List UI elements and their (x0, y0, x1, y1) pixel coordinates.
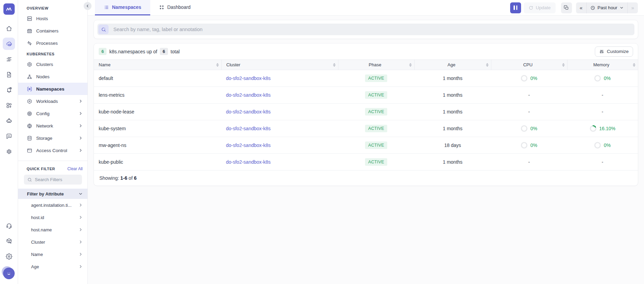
namespace-name: lens-metrics (94, 87, 221, 103)
sidebar-item-namespaces[interactable]: Namespaces (18, 83, 87, 95)
sidebar-item-nodes[interactable]: Nodes (18, 70, 87, 83)
namespace-search-box[interactable] (97, 24, 634, 35)
metric-value: 0% (604, 143, 611, 148)
settings-gear-icon[interactable] (3, 250, 15, 262)
sidebar-item-network[interactable]: Network (18, 120, 87, 132)
sort-icon[interactable] (333, 63, 336, 67)
column-header-age[interactable]: Age (414, 60, 491, 70)
sidebar-item-clusters[interactable]: Clusters (18, 58, 87, 70)
column-header-memory[interactable]: Memory (567, 60, 638, 70)
sidebar-item-workloads[interactable]: Workloads (18, 95, 87, 107)
filter-attr-name[interactable]: Name (18, 248, 87, 260)
column-header-name[interactable]: Name (94, 60, 221, 70)
table-row[interactable]: mw-agent-ns do-sfo2-sandbox-k8s ACTIVE 1… (94, 137, 638, 154)
time-back-button[interactable]: « (576, 2, 586, 13)
table-row[interactable]: kube-node-lease do-sfo2-sandbox-k8s ACTI… (94, 104, 638, 120)
age-value: 1 months (414, 154, 491, 170)
integrations-box-icon[interactable] (3, 235, 15, 247)
table-row[interactable]: lens-metrics do-sfo2-sandbox-k8s ACTIVE … (94, 87, 638, 104)
support-headset-icon[interactable] (3, 219, 15, 232)
customize-button[interactable]: Customize (595, 46, 633, 57)
cluster-link[interactable]: do-sfo2-sandbox-k8s (226, 92, 271, 98)
attr-label: Age (31, 264, 39, 269)
cluster-link[interactable]: do-sfo2-sandbox-k8s (226, 143, 271, 148)
table-row[interactable]: default do-sfo2-sandbox-k8s ACTIVE 1 mon… (94, 70, 638, 87)
count-badge: 6 (99, 48, 107, 55)
table-row[interactable]: kube-system do-sfo2-sandbox-k8s ACTIVE 1… (94, 120, 638, 137)
system-chip-icon[interactable] (3, 145, 15, 158)
documents-icon[interactable] (3, 68, 15, 81)
sort-icon[interactable] (486, 63, 489, 67)
tab-label: Dashboard (167, 4, 191, 10)
filter-search-input[interactable] (35, 177, 76, 182)
metric-value: 0% (530, 143, 537, 148)
sidebar-item-containers[interactable]: Containers (18, 25, 87, 37)
usage-donut-gauge (521, 75, 528, 82)
usage-donut-gauge (521, 125, 528, 132)
column-header-phase[interactable]: Phase (338, 60, 414, 70)
sort-icon[interactable] (633, 63, 635, 67)
alerts-bell-icon[interactable] (3, 84, 15, 96)
attr-label: host.id (31, 215, 44, 220)
sidebar-item-label: Network (36, 123, 53, 129)
tab-dashboard[interactable]: Dashboard (150, 0, 200, 15)
sidebar-item-processes[interactable]: Processes (18, 37, 87, 49)
table-header: Name Cluster Phase Age CPU Memory (94, 59, 638, 70)
filter-attr-host-id[interactable]: host.id (18, 211, 87, 224)
pause-button[interactable] (510, 2, 521, 13)
sidebar-item-label: Namespaces (36, 86, 65, 92)
filter-attr-age[interactable]: Age (18, 260, 87, 273)
usage-donut-gauge (590, 125, 597, 132)
filter-attr-agent-installation-time[interactable]: agent.installation.ti... (18, 199, 87, 211)
table-body: default do-sfo2-sandbox-k8s ACTIVE 1 mon… (94, 70, 638, 171)
cluster-link[interactable]: do-sfo2-sandbox-k8s (226, 126, 271, 131)
cluster-link[interactable]: do-sfo2-sandbox-k8s (226, 109, 271, 114)
filter-attr-cluster[interactable]: Cluster (18, 236, 87, 248)
table-row[interactable]: kube-public do-sfo2-sandbox-k8s ACTIVE 1… (94, 154, 638, 171)
time-forward-button[interactable]: » (627, 2, 638, 13)
cluster-link[interactable]: do-sfo2-sandbox-k8s (226, 76, 271, 81)
time-range-group: « Past hour » (576, 2, 638, 13)
sidebar-item-config[interactable]: Config (18, 107, 87, 120)
sort-icon[interactable] (216, 63, 219, 67)
column-header-cpu[interactable]: CPU (491, 60, 567, 70)
showing-total: 6 (134, 175, 137, 181)
clear-all-link[interactable]: Clear All (67, 166, 83, 171)
memory-metric: 16.10% (567, 120, 638, 137)
sidebar-item-label: Storage (36, 136, 52, 141)
cpu-metric: - (491, 87, 567, 103)
cluster-link[interactable]: do-sfo2-sandbox-k8s (226, 159, 271, 165)
home-icon[interactable] (3, 22, 15, 35)
sidebar-collapse-button[interactable] (84, 2, 92, 10)
tab-namespaces[interactable]: Namespaces (95, 0, 150, 15)
filter-search-box[interactable] (24, 175, 82, 185)
insights-chat-icon[interactable] (3, 130, 15, 142)
time-range-selector[interactable]: Past hour (586, 2, 627, 13)
add-widget-icon[interactable] (3, 99, 15, 111)
copy-button[interactable] (561, 2, 572, 13)
main-area: Namespaces Dashboard Update « (88, 0, 644, 284)
filter-attr-host-name[interactable]: host.name (18, 224, 87, 236)
quick-filter-label: QUICK FILTER (27, 167, 55, 171)
sidebar-item-access-control[interactable]: Access Control (18, 144, 87, 157)
namespace-search-input[interactable] (109, 27, 634, 32)
sort-icon[interactable] (409, 63, 412, 67)
assistant-robot-icon[interactable] (3, 114, 15, 127)
sidebar-item-storage[interactable]: Storage (18, 132, 87, 144)
section-label-kubernetes: KUBERNETES (18, 49, 87, 58)
sidebar-item-hosts[interactable]: Hosts (18, 12, 87, 25)
middleware-logo[interactable] (3, 3, 15, 15)
column-header-cluster[interactable]: Cluster (221, 60, 338, 70)
customize-label: Customize (607, 49, 629, 54)
logs-icon[interactable] (3, 53, 15, 65)
app-window: OVERVIEW Hosts Containers Processes KUBE… (0, 0, 644, 284)
update-button[interactable]: Update (524, 2, 556, 13)
chevron-right-icon (79, 240, 83, 244)
age-value: 1 months (414, 87, 491, 103)
metric-value: 0% (604, 76, 611, 81)
filter-by-attribute-header[interactable]: Filter by Attribute (18, 189, 87, 199)
infrastructure-icon[interactable] (3, 38, 15, 50)
memory-metric: 0% (567, 70, 638, 86)
sort-icon[interactable] (562, 63, 565, 67)
user-avatar[interactable] (3, 268, 15, 279)
